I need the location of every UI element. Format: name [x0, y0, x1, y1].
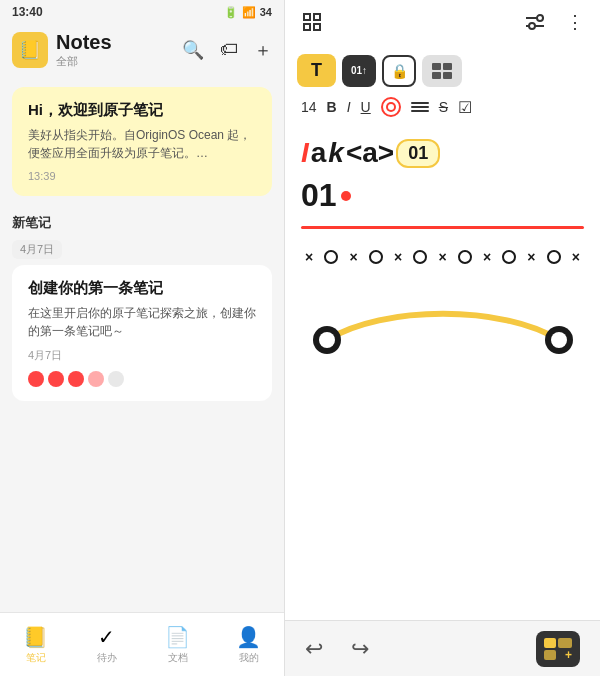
note-card-first[interactable]: 创建你的第一条笔记 在这里开启你的原子笔记探索之旅，创建你的第一条笔记吧～ 4月…: [12, 265, 272, 401]
app-title-block: Notes 全部: [56, 30, 112, 69]
svg-point-7: [529, 23, 535, 29]
code-format-button[interactable]: 01↑: [342, 55, 376, 87]
nav-docs-label: 文档: [168, 651, 188, 665]
font-size[interactable]: 14: [301, 99, 317, 115]
xo-o6: [547, 250, 561, 264]
svg-rect-12: [432, 72, 441, 79]
xo-x2: ×: [349, 249, 357, 265]
underline-button[interactable]: U: [361, 99, 371, 115]
note-card-welcome[interactable]: Hi，欢迎到原子笔记 美好从指尖开始。自OriginOS Ocean 起，便签应…: [12, 87, 272, 196]
add-element-icon: +: [543, 637, 573, 661]
left-panel: 13:40 🔋 📶 34 📒 Notes 全部 🔍 🏷 ＋ Hi，欢迎到原子笔记: [0, 0, 285, 676]
text-format-label: T: [311, 60, 322, 80]
xo-pattern-row: × × × × × × ×: [301, 241, 584, 273]
color-icon: [385, 101, 397, 113]
lock-icon: 🔒: [391, 63, 408, 79]
note-title-welcome: Hi，欢迎到原子笔记: [28, 101, 256, 120]
svg-rect-1: [314, 14, 320, 20]
note-title-first: 创建你的第一条笔记: [28, 279, 256, 298]
window-format-button[interactable]: [422, 55, 462, 87]
svg-rect-20: [544, 650, 556, 660]
svg-rect-2: [304, 24, 310, 30]
canvas-area[interactable]: I a k <a> 01 01 × × × × × × ×: [285, 121, 600, 620]
svg-rect-3: [314, 24, 320, 30]
checklist-button[interactable]: ☑: [458, 98, 472, 117]
bezier-curve-area: [301, 285, 584, 365]
notes-list: Hi，欢迎到原子笔记 美好从指尖开始。自OriginOS Ocean 起，便签应…: [0, 75, 284, 612]
xo-o1: [324, 250, 338, 264]
color-button[interactable]: [381, 97, 401, 117]
svg-rect-19: [558, 638, 572, 648]
section-new-notes: 新笔记: [0, 204, 284, 236]
align-line-3: [411, 110, 429, 112]
svg-point-15: [388, 104, 394, 110]
nav-notes[interactable]: 📒 笔记: [0, 625, 71, 665]
window-icon: [431, 62, 453, 80]
lock-format-button[interactable]: 🔒: [382, 55, 416, 87]
battery-level: 34: [260, 6, 272, 18]
app-icon: 📒: [12, 32, 48, 68]
svg-point-17: [551, 332, 567, 348]
more-icon[interactable]: ⋮: [566, 11, 584, 38]
filter-icon[interactable]: [524, 11, 546, 38]
right-icons: ⋮: [524, 11, 584, 38]
xo-o3: [413, 250, 427, 264]
add-note-button[interactable]: ＋: [254, 38, 272, 62]
align-line-1: [411, 102, 429, 104]
draw-01-text: 01: [301, 177, 337, 214]
svg-point-16: [319, 332, 335, 348]
draw-01-row: 01: [301, 177, 584, 214]
format-toolbar-row1: T 01↑ 🔒: [285, 48, 600, 93]
redo-button[interactable]: ↪: [351, 636, 369, 662]
wifi-icon: 📶: [242, 6, 256, 19]
format-toolbar-row2: 14 B I U S ☑: [285, 93, 600, 121]
color-dot-5: [108, 371, 124, 387]
nav-mine-icon: 👤: [236, 625, 261, 649]
search-button[interactable]: 🔍: [182, 39, 204, 61]
status-icons: 🔋 📶 34: [224, 6, 272, 19]
italic-button[interactable]: I: [347, 99, 351, 115]
undo-button[interactable]: ↩: [305, 636, 323, 662]
bezier-curve-svg: [303, 285, 583, 365]
nav-mine[interactable]: 👤 我的: [213, 625, 284, 665]
header-left: 📒 Notes 全部: [12, 30, 112, 69]
svg-rect-11: [443, 63, 452, 70]
note-body-first: 在这里开启你的原子笔记探索之旅，创建你的第一条笔记吧～: [28, 304, 256, 340]
strikethrough-button[interactable]: S: [439, 99, 448, 115]
status-bar: 13:40 🔋 📶 34: [0, 0, 284, 24]
xo-x1: ×: [305, 249, 313, 265]
note-body-welcome: 美好从指尖开始。自OriginOS Ocean 起，便签应用全面升级为原子笔记。…: [28, 126, 256, 162]
svg-rect-10: [432, 63, 441, 70]
align-button[interactable]: [411, 102, 429, 112]
nav-notes-icon: 📒: [23, 625, 48, 649]
right-panel: ⋮ T 01↑ 🔒 14 B I U: [285, 0, 600, 676]
svg-text:+: +: [565, 648, 572, 661]
xo-x4: ×: [438, 249, 446, 265]
add-element-button[interactable]: +: [536, 631, 580, 667]
note-date-first: 4月7日: [28, 348, 256, 363]
draw-a1: a: [311, 137, 327, 169]
expand-icon[interactable]: [301, 11, 323, 38]
nav-todo[interactable]: ✓ 待办: [71, 625, 142, 665]
svg-rect-18: [544, 638, 556, 648]
xo-x6: ×: [527, 249, 535, 265]
color-dots: [28, 371, 256, 387]
right-bottom-bar: ↩ ↪ +: [285, 620, 600, 676]
xo-x5: ×: [483, 249, 491, 265]
color-dot-3: [68, 371, 84, 387]
bold-button[interactable]: B: [327, 99, 337, 115]
draw-angle: <a>: [346, 137, 394, 169]
bottom-nav: 📒 笔记 ✓ 待办 📄 文档 👤 我的: [0, 612, 284, 676]
time: 13:40: [12, 5, 43, 19]
nav-todo-icon: ✓: [98, 625, 115, 649]
tag-button[interactable]: 🏷: [220, 39, 238, 60]
xo-o4: [458, 250, 472, 264]
note-date-welcome: 13:39: [28, 170, 256, 182]
nav-notes-label: 笔记: [26, 651, 46, 665]
svg-rect-13: [443, 72, 452, 79]
app-icon-emoji: 📒: [19, 39, 41, 61]
nav-docs[interactable]: 📄 文档: [142, 625, 213, 665]
text-format-button[interactable]: T: [297, 54, 336, 87]
app-subtitle: 全部: [56, 54, 112, 69]
nav-mine-label: 我的: [239, 651, 259, 665]
